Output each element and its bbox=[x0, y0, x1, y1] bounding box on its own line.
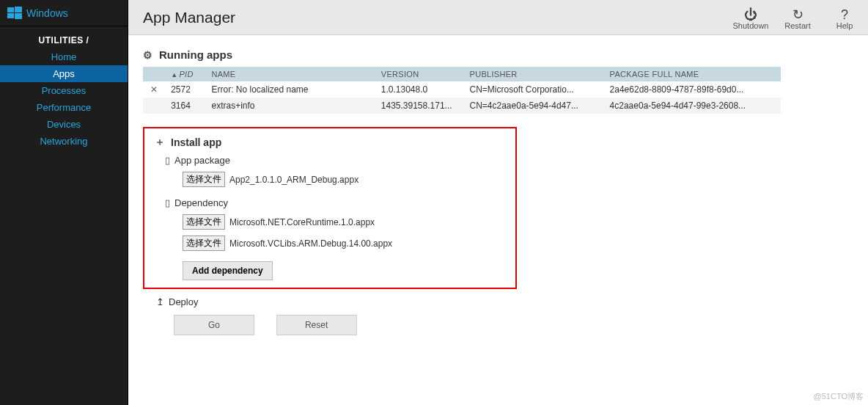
install-app-header: ＋ Install app bbox=[155, 136, 505, 149]
col-name[interactable]: NAME bbox=[205, 67, 375, 81]
sidebar-section-title: UTILITIES / bbox=[0, 35, 128, 45]
gears-icon: ⚙ bbox=[143, 49, 156, 61]
top-actions: ⏻ Shutdown ↻ Restart ? Help bbox=[727, 5, 868, 30]
svg-rect-3 bbox=[15, 13, 22, 19]
reset-button[interactable]: Reset bbox=[276, 315, 357, 335]
svg-rect-0 bbox=[7, 7, 14, 12]
col-pid[interactable]: ▲PID bbox=[165, 67, 205, 81]
brand-name: Windows bbox=[26, 7, 68, 19]
shutdown-button[interactable]: ⏻ Shutdown bbox=[727, 5, 774, 30]
sidebar-item-home[interactable]: Home bbox=[0, 48, 128, 65]
deploy-button-row: Go Reset bbox=[174, 315, 853, 335]
cell-package: 2a4e62d8-8809-4787-89f8-69d0... bbox=[604, 81, 781, 98]
file-icon: ▯ bbox=[165, 155, 170, 166]
close-icon[interactable]: ✕ bbox=[150, 84, 158, 95]
dependency-filename: Microsoft.NET.CoreRuntime.1.0.appx bbox=[229, 217, 375, 227]
restart-label: Restart bbox=[784, 21, 810, 30]
dependency-filename: Microsoft.VCLibs.ARM.Debug.14.00.appx bbox=[229, 238, 392, 249]
dependency-header: ▯ Dependency bbox=[165, 197, 505, 208]
main-panel: App Manager ⏻ Shutdown ↻ Restart ? Help … bbox=[128, 0, 868, 405]
running-apps-header: ⚙ Running apps bbox=[143, 48, 853, 61]
col-version[interactable]: VERSION bbox=[375, 67, 464, 81]
choose-file-button[interactable]: 选择文件 bbox=[183, 236, 225, 251]
help-icon: ? bbox=[821, 8, 868, 21]
windows-icon bbox=[7, 6, 22, 21]
table-row[interactable]: ✕ 2572 Error: No localized name 1.0.1304… bbox=[143, 81, 781, 98]
sidebar-item-performance[interactable]: Performance bbox=[0, 99, 128, 116]
sort-asc-icon: ▲ bbox=[171, 71, 177, 79]
sidebar: Windows UTILITIES / Home Apps Processes … bbox=[0, 0, 128, 405]
app-package-label: App package bbox=[174, 155, 230, 166]
col-publisher[interactable]: PUBLISHER bbox=[464, 67, 604, 81]
install-app-title: Install app bbox=[171, 136, 221, 148]
svg-rect-1 bbox=[15, 7, 22, 12]
sidebar-nav: Home Apps Processes Performance Devices … bbox=[0, 48, 128, 150]
restart-button[interactable]: ↻ Restart bbox=[774, 5, 821, 30]
cell-pid: 2572 bbox=[165, 81, 205, 98]
brand-logo: Windows bbox=[0, 0, 128, 26]
cell-version: 1.0.13048.0 bbox=[375, 81, 464, 98]
cell-name: Error: No localized name bbox=[205, 81, 375, 98]
restart-icon: ↻ bbox=[774, 8, 821, 21]
deploy-title: Deploy bbox=[169, 296, 198, 307]
app-package-header: ▯ App package bbox=[165, 155, 505, 166]
help-label: Help bbox=[836, 21, 853, 30]
help-button[interactable]: ? Help bbox=[821, 5, 868, 30]
choose-file-button[interactable]: 选择文件 bbox=[183, 214, 225, 230]
dependency-label: Dependency bbox=[174, 197, 228, 208]
running-apps-table: ▲PID NAME VERSION PUBLISHER PACKAGE FULL… bbox=[143, 67, 781, 114]
svg-rect-2 bbox=[7, 13, 14, 18]
deploy-header: ↥ Deploy bbox=[156, 296, 853, 307]
plus-icon: ＋ bbox=[155, 136, 168, 149]
watermark: @51CTO博客 bbox=[814, 391, 864, 402]
topbar: App Manager ⏻ Shutdown ↻ Restart ? Help bbox=[128, 0, 868, 35]
dependency-file-row: 选择文件 Microsoft.NET.CoreRuntime.1.0.appx bbox=[183, 214, 505, 230]
shutdown-label: Shutdown bbox=[733, 21, 769, 30]
cell-publisher: CN=4c2aae0a-5e94-4d47... bbox=[464, 98, 604, 114]
sidebar-item-devices[interactable]: Devices bbox=[0, 116, 128, 133]
install-app-section: ＋ Install app ▯ App package 选择文件 App2_1.… bbox=[143, 127, 517, 289]
table-header-row: ▲PID NAME VERSION PUBLISHER PACKAGE FULL… bbox=[143, 67, 781, 81]
sidebar-item-apps[interactable]: Apps bbox=[0, 65, 128, 82]
cell-publisher: CN=Microsoft Corporatio... bbox=[464, 81, 604, 98]
sidebar-item-processes[interactable]: Processes bbox=[0, 82, 128, 99]
page-title: App Manager bbox=[143, 9, 727, 26]
col-package[interactable]: PACKAGE FULL NAME bbox=[604, 67, 781, 81]
table-row[interactable]: 3164 extras+info 1435.39158.171... CN=4c… bbox=[143, 98, 781, 114]
app-package-file-row: 选择文件 App2_1.0.1.0_ARM_Debug.appx bbox=[183, 172, 505, 187]
choose-file-button[interactable]: 选择文件 bbox=[183, 172, 225, 187]
sidebar-item-networking[interactable]: Networking bbox=[0, 133, 128, 150]
upload-icon: ↥ bbox=[156, 296, 164, 307]
cell-version: 1435.39158.171... bbox=[375, 98, 464, 114]
content-area: ⚙ Running apps ▲PID NAME VERSION PUBLISH… bbox=[128, 35, 868, 405]
go-button[interactable]: Go bbox=[174, 315, 254, 335]
file-icon: ▯ bbox=[165, 197, 170, 208]
add-dependency-button[interactable]: Add dependency bbox=[183, 261, 273, 280]
power-icon: ⏻ bbox=[727, 8, 774, 21]
cell-package: 4c2aae0a-5e94-4d47-99e3-2608... bbox=[604, 98, 781, 114]
dependency-file-row: 选择文件 Microsoft.VCLibs.ARM.Debug.14.00.ap… bbox=[183, 236, 505, 251]
cell-pid: 3164 bbox=[165, 98, 205, 114]
app-package-filename: App2_1.0.1.0_ARM_Debug.appx bbox=[229, 175, 358, 185]
running-apps-title: Running apps bbox=[159, 48, 232, 61]
cell-name: extras+info bbox=[205, 98, 375, 114]
